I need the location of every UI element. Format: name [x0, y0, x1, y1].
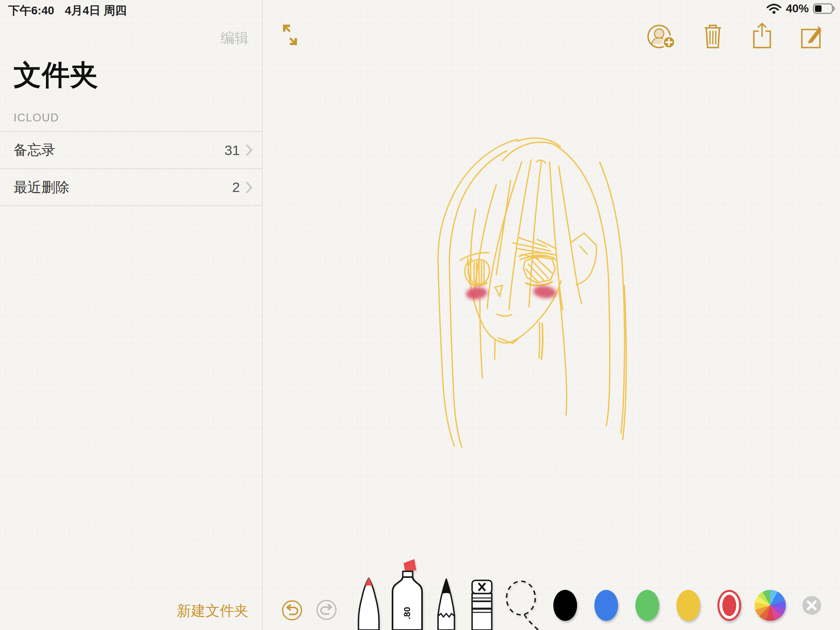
- status-bar-right: 40%: [766, 2, 836, 15]
- sidebar-item-recently-deleted[interactable]: 最近删除 2: [0, 169, 262, 206]
- add-collaborator-icon[interactable]: [646, 24, 678, 50]
- color-swatch-red-selected[interactable]: [717, 590, 741, 621]
- sidebar-item-notes[interactable]: 备忘录 31: [0, 131, 262, 169]
- folder-count: 31: [224, 142, 240, 158]
- share-icon[interactable]: [752, 22, 772, 49]
- color-swatch-yellow[interactable]: [676, 590, 700, 621]
- chevron-right-icon: [246, 144, 253, 156]
- hair-and-face-strokes: [438, 138, 626, 447]
- folder-count: 2: [232, 179, 240, 195]
- wifi-icon: [766, 3, 782, 14]
- chevron-right-icon: [246, 181, 253, 194]
- tool-lasso[interactable]: [501, 579, 542, 630]
- tool-pen[interactable]: [356, 577, 381, 630]
- edit-button[interactable]: 编辑: [221, 29, 249, 48]
- drawing-canvas[interactable]: [414, 123, 644, 451]
- color-swatch-black[interactable]: [553, 590, 577, 621]
- folder-list: 备忘录 31 最近删除 2: [0, 131, 262, 206]
- new-folder-button[interactable]: 新建文件夹: [177, 601, 249, 621]
- page-title: 文件夹: [14, 57, 98, 94]
- icloud-section-header: ICLOUD: [14, 112, 59, 124]
- selected-core: [722, 595, 736, 616]
- folder-label: 最近删除: [14, 178, 232, 197]
- notes-app-screen: 下午6:40 4月4日 周四 40% 编辑 文件夹 ICLOUD 备忘录 31: [0, 0, 840, 630]
- tool-marker[interactable]: .80: [390, 558, 425, 630]
- battery-percent: 40%: [786, 2, 809, 15]
- tool-eraser[interactable]: [470, 578, 494, 630]
- tool-pencil[interactable]: [436, 578, 457, 630]
- close-icon[interactable]: [802, 596, 821, 615]
- redo-icon[interactable]: [316, 599, 337, 621]
- trash-icon[interactable]: [703, 24, 723, 49]
- undo-icon[interactable]: [281, 600, 303, 621]
- compose-icon[interactable]: [801, 22, 823, 49]
- color-wheel-swatch[interactable]: [755, 590, 786, 621]
- marker-size-label: .80: [402, 607, 412, 619]
- close-x-glyph: [806, 600, 817, 611]
- sidebar: 编辑 文件夹 ICLOUD 备忘录 31 最近删除 2 新建文件夹: [0, 0, 262, 630]
- color-swatch-green[interactable]: [635, 590, 659, 621]
- folder-label: 备忘录: [14, 141, 224, 160]
- expand-diagonal-icon[interactable]: [281, 23, 299, 47]
- color-swatch-blue[interactable]: [594, 590, 618, 621]
- battery-icon: [813, 3, 836, 14]
